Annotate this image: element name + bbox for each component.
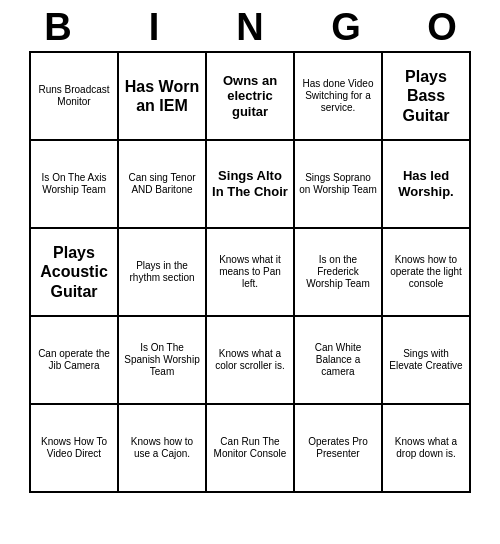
bingo-cell-9[interactable]: Has led Worship. bbox=[383, 141, 471, 229]
bingo-cell-0[interactable]: Runs Broadcast Monitor bbox=[31, 53, 119, 141]
letter-g: G bbox=[302, 6, 390, 49]
bingo-cell-22[interactable]: Can Run The Monitor Console bbox=[207, 405, 295, 493]
bingo-cell-4[interactable]: Plays Bass Guitar bbox=[383, 53, 471, 141]
bingo-cell-16[interactable]: Is On The Spanish Worship Team bbox=[119, 317, 207, 405]
bingo-cell-23[interactable]: Operates Pro Presenter bbox=[295, 405, 383, 493]
bingo-cell-19[interactable]: Sings with Elevate Creative bbox=[383, 317, 471, 405]
bingo-cell-5[interactable]: Is On The Axis Worship Team bbox=[31, 141, 119, 229]
bingo-cell-13[interactable]: Is on the Frederick Worship Team bbox=[295, 229, 383, 317]
bingo-header: B I N G O bbox=[10, 0, 490, 51]
bingo-cell-17[interactable]: Knows what a color scroller is. bbox=[207, 317, 295, 405]
bingo-cell-10[interactable]: Plays Acoustic Guitar bbox=[31, 229, 119, 317]
bingo-cell-1[interactable]: Has Worn an IEM bbox=[119, 53, 207, 141]
bingo-cell-21[interactable]: Knows how to use a Cajon. bbox=[119, 405, 207, 493]
bingo-cell-12[interactable]: Knows what it means to Pan left. bbox=[207, 229, 295, 317]
bingo-grid: Runs Broadcast MonitorHas Worn an IEMOwn… bbox=[29, 51, 471, 493]
bingo-cell-15[interactable]: Can operate the Jib Camera bbox=[31, 317, 119, 405]
letter-b: B bbox=[14, 6, 102, 49]
bingo-cell-3[interactable]: Has done Video Switching for a service. bbox=[295, 53, 383, 141]
bingo-cell-2[interactable]: Owns an electric guitar bbox=[207, 53, 295, 141]
bingo-cell-20[interactable]: Knows How To Video Direct bbox=[31, 405, 119, 493]
bingo-cell-7[interactable]: Sings Alto In The Choir bbox=[207, 141, 295, 229]
bingo-cell-24[interactable]: Knows what a drop down is. bbox=[383, 405, 471, 493]
bingo-cell-18[interactable]: Can White Balance a camera bbox=[295, 317, 383, 405]
bingo-cell-8[interactable]: Sings Soprano on Worship Team bbox=[295, 141, 383, 229]
letter-n: N bbox=[206, 6, 294, 49]
letter-o: O bbox=[398, 6, 486, 49]
letter-i: I bbox=[110, 6, 198, 49]
bingo-cell-14[interactable]: Knows how to operate the light console bbox=[383, 229, 471, 317]
bingo-cell-6[interactable]: Can sing Tenor AND Baritone bbox=[119, 141, 207, 229]
bingo-cell-11[interactable]: Plays in the rhythm section bbox=[119, 229, 207, 317]
